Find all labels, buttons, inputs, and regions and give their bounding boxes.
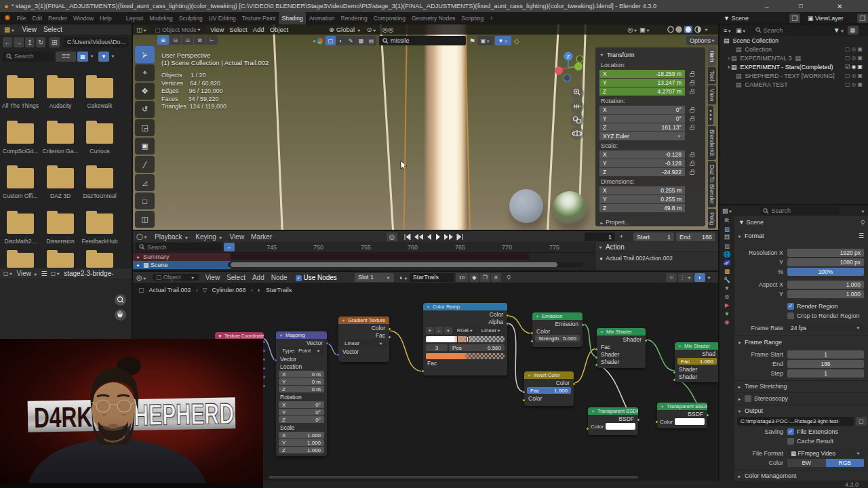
svg-text:Z: Z	[567, 54, 570, 60]
svg-text:D4RK: D4RK	[34, 401, 93, 433]
